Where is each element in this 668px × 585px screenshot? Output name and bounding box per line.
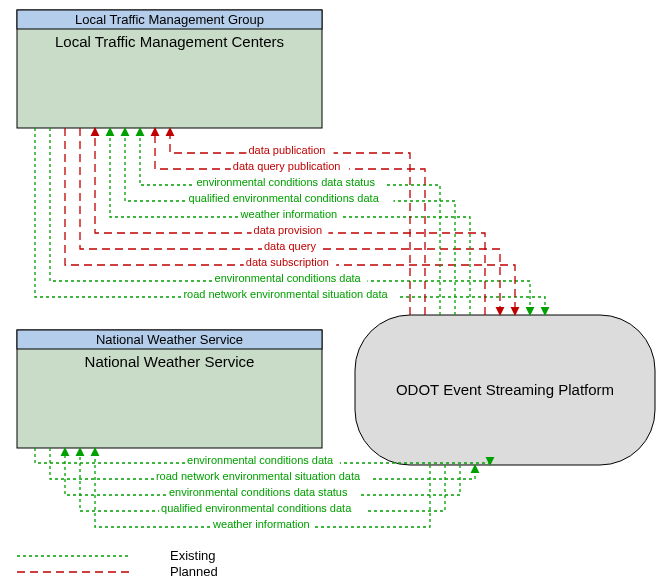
- flow-bot-label-0: environmental conditions data: [187, 454, 334, 466]
- flow-top-label-6: qualified environmental conditions data: [189, 192, 380, 204]
- flow-top-label-8: data query publication: [233, 160, 341, 172]
- local-traffic-header-text: Local Traffic Management Group: [75, 12, 264, 27]
- flow-top-5: [110, 128, 470, 315]
- legend-planned-label: Planned: [170, 564, 218, 579]
- flow-top-label-1: environmental conditions data: [215, 272, 362, 284]
- local-traffic-label: Local Traffic Management Centers: [55, 33, 284, 50]
- legend-existing-label: Existing: [170, 548, 216, 563]
- flow-top-7: [140, 128, 440, 315]
- flow-top-4: [95, 128, 485, 315]
- odot-platform-label: ODOT Event Streaming Platform: [396, 381, 614, 398]
- flow-top-8: [155, 128, 425, 315]
- flow-top-label-2: data subscription: [246, 256, 329, 268]
- flow-top-label-3: data query: [264, 240, 316, 252]
- flow-bot-label-3: qualified environmental conditions data: [161, 502, 352, 514]
- flow-top-2: [65, 128, 515, 315]
- flow-bot-label-2: environmental conditions data status: [169, 486, 348, 498]
- flow-top-label-0: road network environmental situation dat…: [183, 288, 388, 300]
- flow-top-9: [170, 128, 410, 315]
- flow-top-label-9: data publication: [248, 144, 325, 156]
- flow-bot-label-4: weather information: [212, 518, 310, 530]
- flow-top-1: [50, 128, 530, 315]
- flow-top-0: [35, 128, 545, 315]
- flow-diagram: Local Traffic Management GroupLocal Traf…: [0, 0, 668, 585]
- flow-bot-label-1: road network environmental situation dat…: [156, 470, 361, 482]
- flow-top-label-5: weather information: [240, 208, 338, 220]
- flow-top-label-4: data provision: [254, 224, 323, 236]
- flow-top-3: [80, 128, 500, 315]
- nws-label: National Weather Service: [85, 353, 255, 370]
- flow-top-label-7: environmental conditions data status: [196, 176, 375, 188]
- flow-top-6: [125, 128, 455, 315]
- nws-header-text: National Weather Service: [96, 332, 243, 347]
